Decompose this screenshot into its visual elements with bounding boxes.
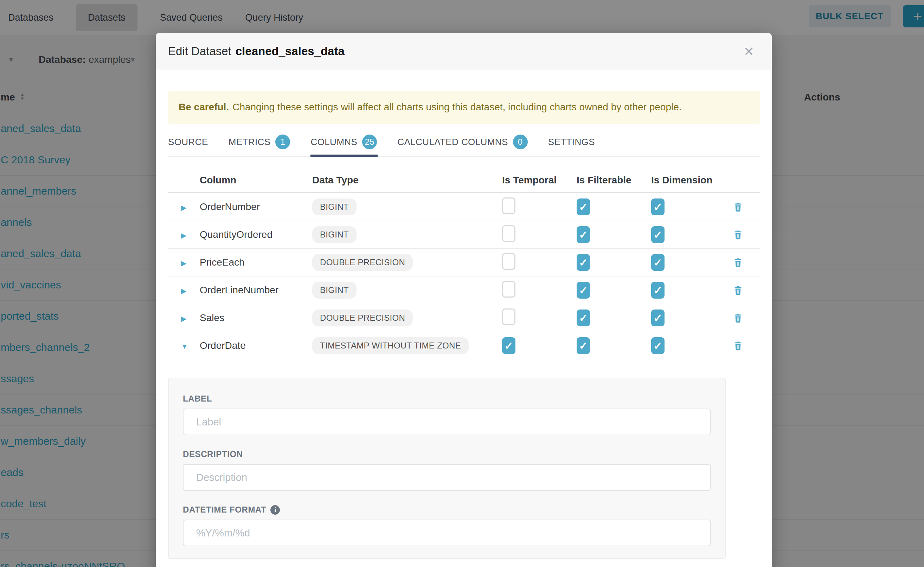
data-type-pill: BIGINT [312,282,357,298]
data-type-pill: TIMESTAMP WITHOUT TIME ZONE [312,337,469,354]
tab-count-badge: 0 [513,135,528,149]
check-icon: ✓ [579,256,587,269]
check-icon: ✓ [579,340,587,352]
tab-label: METRICS [229,136,271,147]
column-name: QuantityOrdered [200,229,272,240]
warning-bold-text: Be careful. [179,102,229,113]
field-label: LABEL [183,394,212,404]
is-dimension-checkbox[interactable]: ✓ [651,309,665,326]
column-row-sales: ▶ Sales DOUBLE PRECISION ✓ ✓ [168,304,760,332]
tab-settings[interactable]: SETTINGS [548,134,596,156]
column-row-ordernumber: ▶ OrderNumber BIGINT ✓ ✓ [168,193,760,221]
column-row-quantityordered: ▶ QuantityOrdered BIGINT ✓ ✓ [168,221,760,249]
trash-icon[interactable] [732,340,743,351]
check-icon: ✓ [653,312,662,324]
check-icon: ✓ [653,201,662,213]
tab-count-badge: 1 [275,135,290,149]
is-temporal-checkbox[interactable] [502,225,515,242]
check-icon: ✓ [653,229,662,241]
field-label: DESCRIPTION [183,449,243,459]
tab-label: SETTINGS [548,136,595,147]
column-settings-fields: LABEL DESCRIPTION DATETIME FORMATi [183,394,711,546]
trash-icon[interactable] [732,229,743,240]
field-label: LABEL [183,394,711,435]
modal-title-prefix: Edit Dataset [168,45,231,58]
is-filterable-checkbox[interactable]: ✓ [576,309,590,326]
is-temporal-header: Is Temporal [502,175,576,186]
info-icon[interactable]: i [270,505,280,514]
is-filterable-checkbox[interactable]: ✓ [576,282,590,298]
is-temporal-checkbox[interactable] [502,281,515,297]
datetime-format-input[interactable] [183,520,711,546]
column-header: Column [200,175,312,186]
field-datetime-format: DATETIME FORMATi [183,505,711,546]
tab-label: CALCULATED COLUMNS [397,136,508,147]
tab-label: COLUMNS [310,136,357,147]
trash-icon[interactable] [732,312,743,324]
column-name: OrderLineNumber [200,285,278,296]
check-icon: ✓ [653,340,662,352]
data-type-pill: DOUBLE PRECISION [312,309,413,326]
trash-icon[interactable] [732,201,743,213]
column-name: OrderDate [200,340,246,351]
tab-calculated-columns[interactable]: CALCULATED COLUMNS0 [397,134,528,156]
trash-icon[interactable] [732,257,743,268]
column-name: OrderNumber [200,201,260,212]
check-icon: ✓ [579,201,587,213]
close-icon[interactable]: ✕ [743,33,754,70]
caret-right-icon[interactable]: ▶ [181,287,187,295]
field-label: DATETIME FORMAT [183,505,266,514]
data-type-pill: BIGINT [312,198,357,215]
is-dimension-checkbox[interactable]: ✓ [651,226,665,243]
is-temporal-checkbox[interactable]: ✓ [502,337,515,354]
is-filterable-checkbox[interactable]: ✓ [576,254,590,271]
is-temporal-checkbox[interactable] [502,197,515,214]
is-dimension-checkbox[interactable]: ✓ [651,254,665,271]
data-type-header: Data Type [312,175,502,186]
warning-banner: Be careful. Changing these settings will… [168,91,760,124]
edit-dataset-modal: Edit Datasetcleaned_sales_data ✕ Be care… [156,33,772,567]
modal-tabs: SOURCE METRICS1 COLUMNS25 CALCULATED COL… [168,134,760,157]
app-window: DatabasesDatasetsSaved QueriesQuery Hist… [0,0,924,567]
is-filterable-checkbox[interactable]: ✓ [576,337,590,354]
tab-source[interactable]: SOURCE [168,134,209,156]
is-temporal-checkbox[interactable] [502,253,515,270]
caret-right-icon[interactable]: ▶ [181,315,187,322]
column-row-orderlinenumber: ▶ OrderLineNumber BIGINT ✓ ✓ [168,276,760,304]
is-filterable-checkbox[interactable]: ✓ [576,226,590,243]
caret-down-icon[interactable]: ▼ [181,342,188,350]
caret-right-icon[interactable]: ▶ [181,204,187,212]
column-row-priceeach: ▶ PriceEach DOUBLE PRECISION ✓ ✓ [168,249,760,276]
tab-count-badge: 25 [362,135,377,149]
check-icon: ✓ [653,284,662,297]
data-type-pill: BIGINT [312,226,357,243]
is-temporal-checkbox[interactable] [502,309,515,325]
description-input[interactable] [183,464,711,491]
dataset-name: cleaned_sales_data [236,45,345,58]
columns-table-rows: ▶ OrderNumber BIGINT ✓ ✓ ▶ QuantityOrder… [168,193,760,359]
check-icon: ✓ [579,284,587,297]
modal-title: Edit Datasetcleaned_sales_data [168,45,345,58]
tab-columns[interactable]: COLUMNS25 [310,134,378,156]
caret-right-icon[interactable]: ▶ [181,259,187,267]
is-dimension-checkbox[interactable]: ✓ [651,282,665,298]
is-dimension-checkbox[interactable]: ✓ [651,337,665,354]
tab-metrics[interactable]: METRICS1 [229,134,291,156]
check-icon: ✓ [579,312,587,324]
columns-table-header: Column Data Type Is Temporal Is Filterab… [168,169,760,193]
check-icon: ✓ [579,229,587,241]
field-description: DESCRIPTION [183,449,711,491]
caret-right-icon[interactable]: ▶ [181,231,187,239]
is-filterable-checkbox[interactable]: ✓ [576,198,590,215]
modal-header: Edit Datasetcleaned_sales_data ✕ [156,33,772,70]
trash-icon[interactable] [732,285,743,296]
is-filterable-header: Is Filterable [576,175,651,186]
data-type-pill: DOUBLE PRECISION [312,254,413,271]
is-dimension-header: Is Dimension [651,175,726,186]
column-name: Sales [200,312,224,323]
column-name: PriceEach [200,257,245,268]
label-input[interactable] [183,409,711,435]
is-dimension-checkbox[interactable]: ✓ [651,198,665,215]
column-row-orderdate: ▼ OrderDate TIMESTAMP WITHOUT TIME ZONE … [168,332,760,359]
check-icon: ✓ [653,256,662,269]
